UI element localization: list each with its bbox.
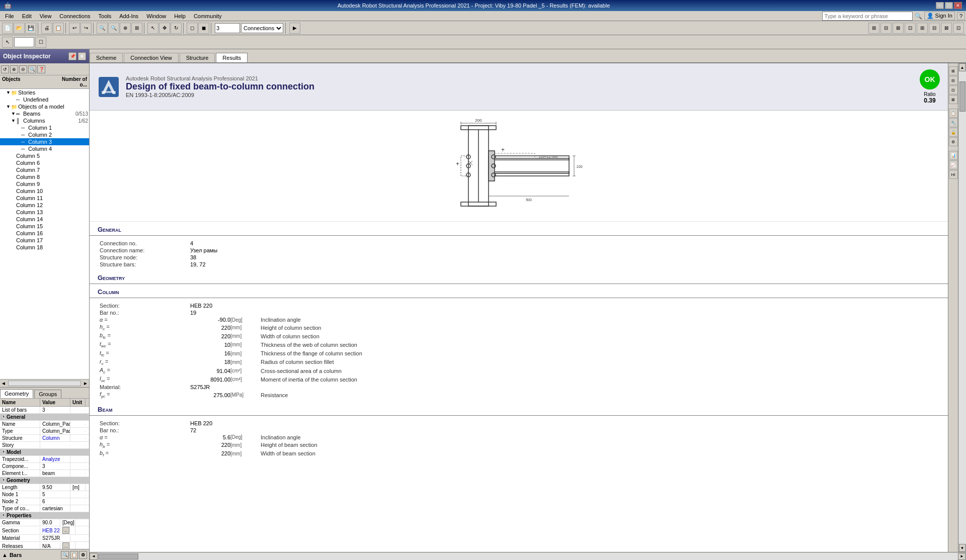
model-button[interactable]: ◻ xyxy=(187,23,198,34)
tree-item-col3[interactable]: ─ Column 3 xyxy=(0,138,89,145)
tree-item-objects-model[interactable]: ▼ 📁 Objects of a model xyxy=(0,103,89,110)
move-button[interactable]: ✥ xyxy=(159,23,170,34)
bars-icon2[interactable]: 📋 xyxy=(70,551,78,559)
print-button[interactable]: 🖨 xyxy=(41,23,52,34)
tree-item-col6[interactable]: Column 6 xyxy=(0,159,89,166)
tree-item-col15[interactable]: Column 15 xyxy=(0,223,89,230)
tree-item-col2[interactable]: ─ Column 2 xyxy=(0,131,89,138)
search-icon[interactable]: 🔍 xyxy=(915,13,922,20)
bar-number-input[interactable]: 3 xyxy=(215,23,240,33)
vertical-scrollbar[interactable]: ▲ ▼ xyxy=(958,63,966,552)
tree-item-stories[interactable]: ▼ 📁 Stories xyxy=(0,89,89,96)
scroll-thumb[interactable] xyxy=(959,81,965,112)
new-button[interactable]: 📄 xyxy=(2,23,13,34)
right-icon-6[interactable]: 🔧 xyxy=(949,118,958,127)
tree-item-col1[interactable]: ─ Column 1 xyxy=(0,124,89,131)
geo-row-compone[interactable]: Compone... 3 xyxy=(0,463,89,470)
tree-item-col8[interactable]: Column 8 xyxy=(0,173,89,180)
tree-item-col13[interactable]: Column 13 xyxy=(0,209,89,216)
geo-row-structure[interactable]: Structure Column xyxy=(0,435,89,442)
right-icon-10[interactable]: 📈 xyxy=(949,160,958,169)
open-button[interactable]: 📂 xyxy=(14,23,25,34)
geo-row-material[interactable]: Material S275JR xyxy=(0,535,89,542)
zoom-out-button[interactable]: 🔍 xyxy=(108,23,119,34)
geo-row-node1[interactable]: Node 1 5 xyxy=(0,491,89,498)
geo-row-listofbars[interactable]: List of bars 3 xyxy=(0,407,89,414)
close-button[interactable]: ✕ xyxy=(954,2,962,9)
oi-close-button[interactable]: ✕ xyxy=(78,52,86,60)
geo-row-length[interactable]: Length 9.50 [m] xyxy=(0,484,89,491)
tb-r3[interactable]: ⊠ xyxy=(893,23,904,34)
rotate-button[interactable]: ↻ xyxy=(171,23,182,34)
releases-edit-btn[interactable]: ... xyxy=(62,542,69,549)
user-icon[interactable]: 👤 Sign In xyxy=(924,12,955,20)
right-icon-9[interactable]: 📊 xyxy=(949,151,958,160)
right-icon-3[interactable]: ⊡ xyxy=(949,85,958,95)
tab-structure[interactable]: Structure xyxy=(180,53,215,62)
select-button[interactable]: ↖ xyxy=(147,23,158,34)
tree-item-col7[interactable]: Column 7 xyxy=(0,166,89,173)
menu-tools[interactable]: Tools xyxy=(95,12,116,20)
oi-toolbar-btn1[interactable]: ↺ xyxy=(1,65,9,73)
tree-item-col10[interactable]: Column 10 xyxy=(0,188,89,195)
geo-row-trapezoid[interactable]: Trapezoid... Analyze xyxy=(0,456,89,463)
menu-edit[interactable]: Edit xyxy=(18,12,36,20)
geo-row-typecoord[interactable]: Type of co... cartesian xyxy=(0,505,89,512)
section-edit-btn[interactable]: ... xyxy=(62,527,69,534)
geo-row-elementt[interactable]: Element t... beam xyxy=(0,470,89,477)
tree-item-col9[interactable]: Column 9 xyxy=(0,180,89,188)
tree-item-col11[interactable]: Column 11 xyxy=(0,195,89,202)
geo-row-releases[interactable]: Releases N/A ... xyxy=(0,542,89,549)
tab-geometry[interactable]: Geometry xyxy=(0,389,33,398)
menu-connections[interactable]: Connections xyxy=(55,12,94,20)
bottom-scrollbar[interactable]: ◄ ► xyxy=(90,552,966,560)
tree-item-columns[interactable]: ▼ ║ Columns 1/62 xyxy=(0,117,89,124)
scroll-left-btn[interactable]: ◄ xyxy=(90,553,98,560)
connection-select[interactable]: Connections xyxy=(241,23,283,33)
right-icon-4[interactable]: ⊠ xyxy=(949,95,958,104)
scroll-track[interactable] xyxy=(959,71,966,544)
minimize-button[interactable]: ─ xyxy=(936,2,944,9)
geo-row-type[interactable]: Type Column_Padel xyxy=(0,428,89,435)
menu-file[interactable]: File xyxy=(1,12,18,20)
redo-button[interactable]: ↪ xyxy=(80,23,92,34)
oi-toolbar-btn5[interactable]: ❓ xyxy=(37,65,45,73)
geo-row-gamma[interactable]: Gamma 90.0 [Deg] xyxy=(0,519,89,526)
oi-toolbar-btn3[interactable]: ⊖ xyxy=(19,65,27,73)
help-icon[interactable]: ? xyxy=(957,12,965,20)
tab-scheme[interactable]: Scheme xyxy=(90,53,123,62)
menu-view[interactable]: View xyxy=(36,12,56,20)
geo-row-node2[interactable]: Node 2 6 xyxy=(0,498,89,505)
tb2-1[interactable]: ↖ xyxy=(2,37,13,48)
tb2-check[interactable]: ☐ xyxy=(35,37,46,48)
geo-row-section[interactable]: Section HEB 220 ... xyxy=(0,526,89,535)
tab-results[interactable]: Results xyxy=(216,53,248,62)
right-icon-1[interactable]: ⊞ xyxy=(949,66,958,75)
tree-item-col12[interactable]: Column 12 xyxy=(0,202,89,209)
tab-connection-view[interactable]: Connection View xyxy=(124,53,178,62)
tree-item-undefined[interactable]: ─ Undefined xyxy=(0,96,89,103)
tb-r8[interactable]: ⊡ xyxy=(953,23,964,34)
oi-toolbar-btn4[interactable]: 🔍 xyxy=(28,65,36,73)
zoom-all-button[interactable]: ⊕ xyxy=(120,23,131,34)
bar-input-2[interactable] xyxy=(14,37,34,47)
zoom-win-button[interactable]: ⊞ xyxy=(131,23,142,34)
restore-button[interactable]: □ xyxy=(945,2,953,9)
bars-expand-btn[interactable]: ▲ xyxy=(2,552,8,558)
tb-r6[interactable]: ⊟ xyxy=(929,23,940,34)
menu-community[interactable]: Community xyxy=(190,12,226,20)
geo-row-name[interactable]: Name Column_Pade... xyxy=(0,421,89,428)
tb-r5[interactable]: ⊞ xyxy=(917,23,928,34)
tb-r4[interactable]: ⊡ xyxy=(905,23,916,34)
zoom-in-button[interactable]: 🔍 xyxy=(97,23,108,34)
tree-scroll[interactable]: ◄ ► xyxy=(0,379,89,387)
h-scroll-thumb[interactable] xyxy=(98,553,138,559)
geo-row-story[interactable]: Story xyxy=(0,442,89,449)
right-icon-8[interactable]: ⚙ xyxy=(949,137,958,146)
tree-item-col5[interactable]: Column 5 xyxy=(0,152,89,159)
right-icon-11[interactable]: HI xyxy=(949,170,958,179)
tb-r2[interactable]: ⊟ xyxy=(880,23,892,34)
oi-pin-button[interactable]: 📌 xyxy=(68,52,76,60)
right-icon-5[interactable]: 📋 xyxy=(949,109,958,118)
tree-item-col4[interactable]: ─ Column 4 xyxy=(0,145,89,152)
